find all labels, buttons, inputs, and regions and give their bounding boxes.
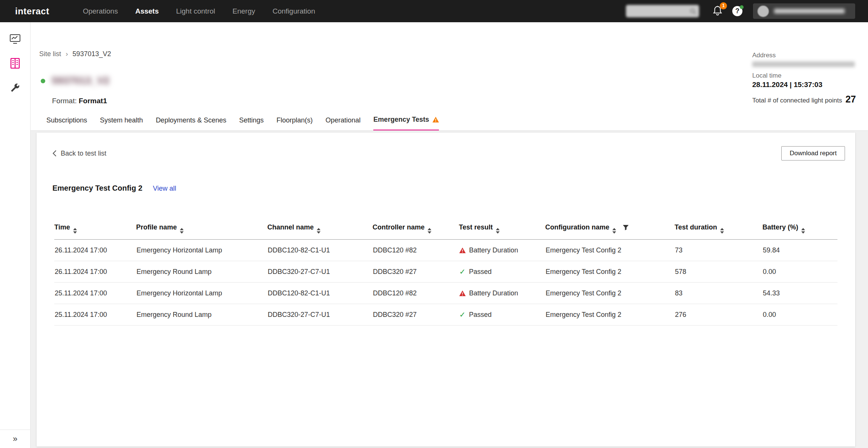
- search-input-blurred[interactable]: [626, 5, 699, 17]
- tab-deployments-scenes[interactable]: Deployments & Scenes: [156, 116, 226, 131]
- help-button[interactable]: ?: [732, 6, 742, 16]
- cell-time: 25.11.2024 17:00: [54, 304, 136, 326]
- cell-test-duration: 276: [675, 304, 762, 326]
- cell-test-duration: 73: [675, 240, 762, 261]
- light-points-label: Total # of connected light points: [752, 97, 842, 104]
- notifications-button[interactable]: 1: [713, 5, 724, 17]
- filter-icon[interactable]: [623, 225, 629, 230]
- interact-logo: interact: [15, 6, 49, 17]
- cell-test-duration: 578: [675, 261, 762, 283]
- back-to-test-list-link[interactable]: Back to test list: [52, 150, 106, 157]
- sidebar-expand-button[interactable]: »: [0, 430, 30, 448]
- site-status-dot: [41, 79, 45, 83]
- sort-icon[interactable]: [496, 228, 500, 234]
- cell-test-result: ✓Passed: [459, 304, 545, 326]
- sidebar-item-assets[interactable]: [0, 51, 30, 75]
- sidebar: »: [0, 22, 31, 448]
- tab-subscriptions[interactable]: Subscriptions: [46, 116, 87, 131]
- check-icon: ✓: [459, 267, 466, 276]
- cell-channel-name: DDBC320-27-C7-U1: [267, 304, 373, 326]
- breadcrumb: Site list › 5937013_V2: [39, 50, 111, 58]
- emergency-tests-card: Back to test list Download report Emerge…: [37, 133, 855, 446]
- nav-item-energy[interactable]: Energy: [224, 0, 264, 22]
- sort-icon[interactable]: [612, 228, 616, 234]
- sort-icon[interactable]: [801, 228, 805, 234]
- col-header-time[interactable]: Time: [54, 218, 136, 240]
- content-background: Back to test list Download report Emerge…: [31, 131, 868, 448]
- cell-channel-name: DDBC320-27-C7-U1: [267, 261, 373, 283]
- user-menu[interactable]: [753, 3, 855, 19]
- table-row: 25.11.2024 17:00 Emergency Horizontal La…: [54, 283, 837, 304]
- col-header-profile-name[interactable]: Profile name: [136, 218, 267, 240]
- cell-controller-name: DDBC120 #82: [373, 240, 459, 261]
- light-points-row: Total # of connected light points 27: [752, 94, 856, 105]
- help-status-dot: [740, 5, 744, 9]
- col-header-test-result[interactable]: Test result: [459, 218, 545, 240]
- col-header-configuration-name[interactable]: Configuration name: [545, 218, 675, 240]
- tab-emergency-tests[interactable]: Emergency Tests: [373, 116, 439, 131]
- cell-channel-name: DDBC120-82-C1-U1: [267, 283, 373, 304]
- cell-battery: 0.00: [762, 304, 837, 326]
- nav-item-operations[interactable]: Operations: [74, 0, 127, 22]
- table-row: 26.11.2024 17:00 Emergency Horizontal La…: [54, 240, 837, 261]
- user-name-blurred: [774, 9, 845, 14]
- sort-icon[interactable]: [317, 228, 321, 234]
- cell-profile-name: Emergency Horizontal Lamp: [136, 240, 267, 261]
- nav-item-light-control[interactable]: Light control: [167, 0, 224, 22]
- cell-configuration-name: Emergency Test Config 2: [545, 304, 675, 326]
- check-icon: ✓: [459, 310, 466, 319]
- search-icon: [690, 8, 696, 14]
- sidebar-item-monitoring[interactable]: [0, 27, 30, 51]
- cell-configuration-name: Emergency Test Config 2: [545, 240, 675, 261]
- sort-icon[interactable]: [428, 228, 431, 234]
- light-points-value: 27: [845, 94, 856, 105]
- tab-operational[interactable]: Operational: [325, 116, 360, 131]
- question-mark-icon: ?: [735, 7, 739, 15]
- main-area: Site list › 5937013_V2 5937013_V2 Format…: [31, 22, 868, 448]
- format-value: Format1: [79, 97, 107, 105]
- cell-time: 26.11.2024 17:00: [54, 240, 136, 261]
- breadcrumb-site-list[interactable]: Site list: [39, 50, 61, 58]
- cell-test-result: Battery Duration: [459, 283, 545, 304]
- col-header-channel-name[interactable]: Channel name: [267, 218, 373, 240]
- sort-icon[interactable]: [180, 228, 184, 234]
- site-tabs: Subscriptions System health Deployments …: [46, 116, 452, 131]
- local-time-label: Local time: [752, 72, 856, 80]
- cell-test-result: ✓Passed: [459, 261, 545, 283]
- cell-channel-name: DDBC120-82-C1-U1: [267, 240, 373, 261]
- cell-configuration-name: Emergency Test Config 2: [545, 261, 675, 283]
- double-chevron-right-icon: »: [13, 434, 17, 444]
- cell-profile-name: Emergency Round Lamp: [136, 261, 267, 283]
- config-title: Emergency Test Config 2: [52, 184, 143, 193]
- sort-icon[interactable]: [73, 228, 77, 234]
- error-triangle-icon: [459, 248, 466, 253]
- top-navigation: Operations Assets Light control Energy C…: [74, 0, 324, 22]
- cell-configuration-name: Emergency Test Config 2: [545, 283, 675, 304]
- sort-icon[interactable]: [720, 228, 724, 234]
- nav-item-assets[interactable]: Assets: [127, 0, 167, 22]
- avatar: [758, 6, 769, 17]
- tab-settings[interactable]: Settings: [239, 116, 264, 131]
- results-table-wrap: Time Profile name Channel name Controlle…: [54, 218, 837, 326]
- format-label: Format:: [52, 97, 77, 105]
- cell-controller-name: DDBC320 #27: [373, 304, 459, 326]
- site-name-blurred: 5937013_V2: [52, 75, 109, 87]
- error-triangle-icon: [459, 291, 466, 296]
- view-all-link[interactable]: View all: [153, 185, 176, 193]
- nav-item-configuration[interactable]: Configuration: [264, 0, 324, 22]
- table-row: 25.11.2024 17:00 Emergency Round Lamp DD…: [54, 304, 837, 326]
- tab-system-health[interactable]: System health: [100, 116, 143, 131]
- breadcrumb-separator-icon: ›: [66, 50, 68, 58]
- site-title-row: 5937013_V2: [41, 75, 109, 87]
- col-header-battery[interactable]: Battery (%): [762, 218, 837, 240]
- col-header-test-duration[interactable]: Test duration: [675, 218, 762, 240]
- download-report-button[interactable]: Download report: [781, 146, 845, 161]
- tab-floorplans[interactable]: Floorplan(s): [276, 116, 313, 131]
- sidebar-item-maintenance[interactable]: [0, 75, 30, 99]
- col-header-controller-name[interactable]: Controller name: [373, 218, 459, 240]
- topbar: interact Operations Assets Light control…: [0, 0, 868, 22]
- screen: interact Operations Assets Light control…: [0, 0, 868, 448]
- assets-icon: [10, 58, 20, 69]
- topbar-right: 1 ?: [626, 3, 868, 19]
- cell-time: 25.11.2024 17:00: [54, 283, 136, 304]
